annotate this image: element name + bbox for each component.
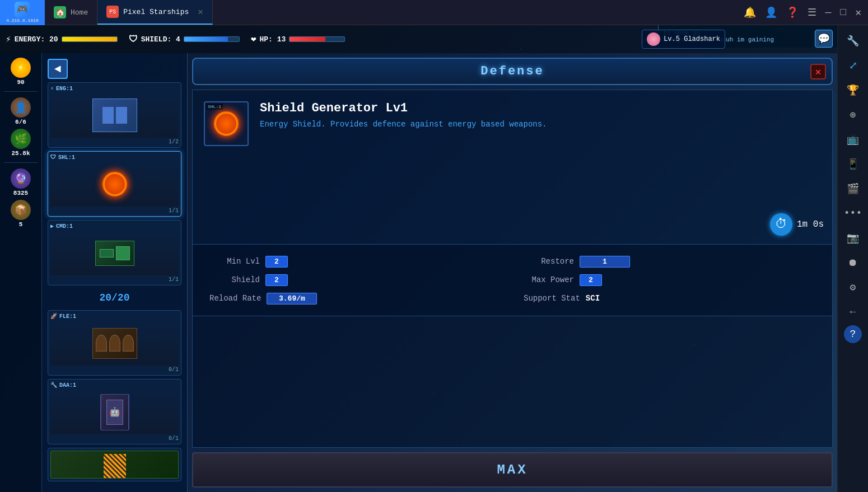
topbar-tabs: 🏠 Home PS Pixel Starships ✕ <box>45 0 737 25</box>
tab-home[interactable]: 🏠 Home <box>45 0 97 25</box>
game-tab-label: Pixel Starships <box>123 8 189 16</box>
right-sidebar: 🔧 ⤢ 🏆 ⊕ 📺 📱 🎬 ••• 📷 ⏺ ⚙ ← ? <box>837 25 868 492</box>
resource-divider-1 <box>4 91 38 92</box>
wrench-button[interactable]: 🔧 <box>842 30 864 52</box>
main-panel: ◄ ⚡ ENG:1 1/2 🛡 SHL:1 <box>42 53 837 492</box>
lv5-avatar <box>647 32 660 46</box>
minimize-icon[interactable]: — <box>825 7 832 18</box>
room-card-daa[interactable]: 🔧 DAA:1 🤖 0/1 <box>48 379 181 444</box>
more-button[interactable]: ••• <box>842 202 864 224</box>
bluestacks-version: 4.215.0.1019 <box>6 18 39 23</box>
home-tab-icon: 🏠 <box>54 6 66 18</box>
menu-icon[interactable]: ☰ <box>808 6 816 18</box>
trophy-button[interactable]: 🏆 <box>842 79 864 101</box>
fle-footer: 0/1 <box>50 367 179 373</box>
support-stat-value: SCI <box>586 294 600 303</box>
camera-button[interactable]: 📷 <box>842 227 864 249</box>
stat-max-power-row: Max Power 2 <box>524 274 815 286</box>
help-icon[interactable]: ❓ <box>786 6 799 18</box>
room-daa-header: 🔧 DAA:1 <box>50 382 179 388</box>
crew-count: 20/20 <box>48 289 181 307</box>
shield-label: SHIELD: 4 <box>141 35 180 44</box>
tab-close-button[interactable]: ✕ <box>198 6 203 17</box>
energy-bar <box>62 36 118 42</box>
item-icon-large: SHL:1 <box>204 101 249 146</box>
cmd-label: CMD:1 <box>56 223 73 229</box>
back-button[interactable]: ◄ <box>48 59 68 79</box>
support-stat-label: Support Stat <box>524 294 580 303</box>
room-card-eng[interactable]: ⚡ ENG:1 1/2 <box>48 82 181 148</box>
hp-label: HP: 13 <box>260 35 286 44</box>
max-power-value-bar: 2 <box>580 274 602 286</box>
room-card-fle[interactable]: 🚀 FLE:1 0/1 <box>48 310 181 376</box>
max-power-label: Max Power <box>524 275 574 284</box>
stat-shield-row: Shield 2 <box>209 274 501 286</box>
eng-footer: 1/2 <box>50 139 179 145</box>
shield-stat: 🛡 SHIELD: 4 <box>129 34 240 45</box>
extra-room-image <box>50 451 179 479</box>
shield-stat-label: Shield <box>209 275 260 284</box>
expand-button[interactable]: ⤢ <box>842 54 864 77</box>
stat-support-stat-row: Support Stat SCI <box>524 293 815 304</box>
resource-mineral: 🔮 8325 <box>11 168 31 196</box>
daa-room-image: 🤖 <box>50 390 179 434</box>
room-card-extra[interactable] <box>48 448 181 481</box>
game-area: ⚡ ENERGY: 20 🛡 SHIELD: 4 ❤️ HP: 13 to no… <box>0 25 837 492</box>
chat-button[interactable]: 💬 <box>815 30 833 48</box>
crew-resource-icon: 👤 <box>11 97 31 118</box>
defense-title: Defense <box>480 64 544 78</box>
close-window-icon[interactable]: ✕ <box>855 6 861 18</box>
crate-resource-icon: 📦 <box>11 200 31 220</box>
video-button[interactable]: 🎬 <box>842 177 864 200</box>
eng-label: ENG:1 <box>56 86 73 92</box>
defense-panel: Defense ✕ SHL:1 Shield Generator Lv1 Ene… <box>188 53 837 492</box>
room-cmd-header: ▶ CMD:1 <box>50 223 179 229</box>
min-lv-value: 2 <box>265 256 288 268</box>
mineral-resource-value: 8325 <box>13 190 28 196</box>
tab-game[interactable]: PS Pixel Starships ✕ <box>97 0 213 25</box>
resource-crate: 📦 5 <box>11 200 31 228</box>
cmd-icon: ▶ <box>50 223 54 229</box>
stats-panel: Min Lvl 2 Restore 1 Shield 2 <box>192 245 833 316</box>
hp-stat: ❤️ HP: 13 <box>251 34 345 45</box>
lv5-label: Lv.5 Gladshark <box>664 35 720 43</box>
logo-icon: 🎮 <box>15 2 30 17</box>
topbar: 🎮 4.215.0.1019 🏠 Home PS Pixel Starships… <box>0 0 868 25</box>
tv-button[interactable]: 📺 <box>842 128 864 151</box>
left-sidebar: ⚡ 90 👤 6/6 🌿 25.8k 🔮 8325 📦 5 <box>0 53 42 492</box>
room-card-shl[interactable]: 🛡 SHL:1 1/1 <box>48 151 181 217</box>
item-icon-label: SHL:1 <box>206 104 223 110</box>
record-button[interactable]: ⏺ <box>842 251 864 274</box>
daa-icon: 🔧 <box>50 382 57 388</box>
maximize-icon[interactable]: □ <box>840 7 846 18</box>
stat-reload-rate-row: Reload Rate 3.69/m <box>209 293 501 304</box>
eng-room-image <box>50 93 179 138</box>
shl-footer: 1/1 <box>50 208 179 214</box>
defense-close-button[interactable]: ✕ <box>810 64 826 79</box>
settings-button[interactable]: ⚙ <box>842 276 864 298</box>
reload-rate-value: 3.69/m <box>267 293 317 304</box>
status-bar: ⚡ ENERGY: 20 🛡 SHIELD: 4 ❤️ HP: 13 to no… <box>0 25 837 53</box>
phone-button[interactable]: 📱 <box>842 153 864 175</box>
timer-value: 1m 0s <box>797 219 824 229</box>
hp-bar <box>289 36 345 42</box>
back-nav-button[interactable]: ← <box>842 301 864 323</box>
stat-restore-row: Restore 1 <box>524 256 815 268</box>
max-button[interactable]: MAX <box>192 452 833 488</box>
hp-bar-fill <box>290 37 325 41</box>
plant-resource-icon: 🌿 <box>11 129 31 149</box>
account-icon[interactable]: 👤 <box>765 6 777 18</box>
energy-resource-icon: ⚡ <box>11 58 31 78</box>
stat-min-lv-row: Min Lvl 2 <box>209 256 501 268</box>
energy-stat: ⚡ ENERGY: 20 <box>6 34 118 45</box>
plant-resource-value: 25.8k <box>11 150 30 157</box>
mineral-resource-icon: 🔮 <box>11 168 31 189</box>
defense-header: Defense ✕ <box>192 58 833 85</box>
fle-label: FLE:1 <box>59 313 76 320</box>
help-sidebar-button[interactable]: ? <box>844 325 862 343</box>
room-card-cmd[interactable]: ▶ CMD:1 1/1 <box>48 220 181 285</box>
notification-icon[interactable]: 🔔 <box>744 6 756 18</box>
item-description: Energy Shield. Provides defence against … <box>260 120 821 129</box>
target-button[interactable]: ⊕ <box>842 104 864 126</box>
bluestacks-logo: 🎮 4.215.0.1019 <box>0 0 45 25</box>
